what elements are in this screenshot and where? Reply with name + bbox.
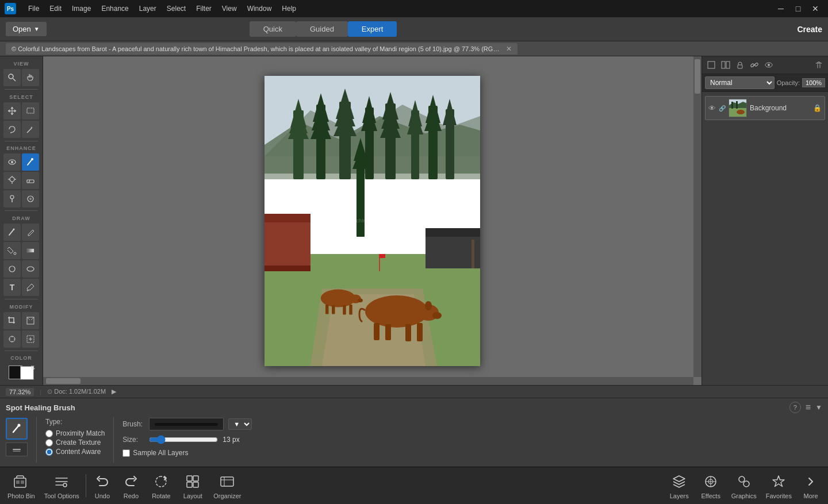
- secondary-tool-icon[interactable]: [6, 443, 28, 456]
- effects-button[interactable]: Effects: [695, 470, 727, 502]
- size-slider[interactable]: [149, 435, 218, 444]
- graphics-button[interactable]: Graphics: [727, 470, 761, 502]
- help-button[interactable]: ?: [789, 402, 801, 413]
- status-arrow-icon[interactable]: ▶: [112, 388, 116, 395]
- layers-panel-toolbar: [702, 56, 828, 74]
- photo-bin-button[interactable]: Photo Bin: [3, 470, 40, 502]
- graphics-label: Graphics: [731, 493, 757, 499]
- menu-image[interactable]: Image: [67, 3, 95, 14]
- svg-rect-74: [385, 324, 391, 340]
- layout-button[interactable]: Layout: [177, 470, 209, 502]
- panel-link-icon[interactable]: [748, 59, 761, 71]
- view-tools: [2, 69, 41, 86]
- brush-dropdown[interactable]: ▼: [228, 418, 252, 430]
- proximity-match-option[interactable]: Proximity Match: [45, 429, 105, 437]
- layout-label: Layout: [183, 493, 202, 499]
- rotate-icon: [152, 472, 170, 491]
- swap-colors-icon[interactable]: ⇅: [30, 364, 35, 371]
- vertical-scrollbar[interactable]: [693, 56, 702, 377]
- sample-all-layers-checkbox[interactable]: [122, 449, 130, 457]
- panel-lock-icon[interactable]: [734, 59, 746, 71]
- menu-file[interactable]: File: [24, 3, 44, 14]
- marquee-tool[interactable]: [22, 102, 39, 120]
- content-move-tool[interactable]: [22, 330, 39, 348]
- layer-eye-icon[interactable]: 👁: [708, 104, 716, 113]
- maximize-button[interactable]: □: [790, 3, 806, 14]
- texture-radio[interactable]: [45, 439, 53, 447]
- proximity-radio[interactable]: [45, 430, 53, 437]
- open-button[interactable]: Open ▼: [6, 22, 47, 36]
- menu-view[interactable]: View: [217, 3, 241, 14]
- tab-guided[interactable]: Guided: [296, 21, 348, 37]
- menu-help[interactable]: Help: [277, 3, 301, 14]
- close-button[interactable]: ✕: [807, 3, 823, 14]
- svg-rect-108: [193, 482, 198, 487]
- lasso-tool[interactable]: [3, 121, 21, 138]
- content-aware-option[interactable]: Content Aware: [45, 448, 105, 456]
- tab-quick[interactable]: Quick: [250, 21, 296, 37]
- perspective-tool[interactable]: [22, 312, 39, 329]
- more-button[interactable]: More: [796, 470, 825, 502]
- undo-button[interactable]: Undo: [88, 470, 117, 502]
- svg-marker-112: [673, 476, 685, 482]
- menu-layer[interactable]: Layer: [135, 3, 161, 14]
- active-tool-icon[interactable]: [6, 418, 28, 440]
- opacity-input[interactable]: [802, 78, 825, 87]
- create-button[interactable]: Create: [797, 25, 822, 34]
- rotate-button[interactable]: Rotate: [145, 470, 177, 502]
- redo-button[interactable]: Redo: [117, 470, 145, 502]
- create-texture-option[interactable]: Create Texture: [45, 438, 105, 447]
- layer-background[interactable]: 👁 🔗 Background 🔒: [705, 96, 825, 120]
- options-expand-icon[interactable]: ▼: [815, 402, 822, 413]
- recompose-tool[interactable]: [3, 330, 21, 348]
- zoom-tool[interactable]: [3, 69, 21, 86]
- crop-tool[interactable]: [3, 312, 21, 329]
- panel-compare-icon[interactable]: [719, 59, 732, 71]
- dodge-tool[interactable]: [3, 190, 21, 207]
- canvas-image: © teachImageshero.com: [264, 76, 480, 366]
- text-tool[interactable]: T: [3, 279, 21, 296]
- document-tab[interactable]: © Colorful Landscapes from Barot - A pea…: [6, 43, 518, 55]
- menu-window[interactable]: Window: [243, 3, 277, 14]
- eraser-tool[interactable]: [22, 172, 39, 189]
- eyedropper-tool[interactable]: [22, 279, 39, 296]
- panel-delete-icon[interactable]: [812, 59, 825, 71]
- menu-enhance[interactable]: Enhance: [97, 3, 133, 14]
- zoom-level[interactable]: 77.32%: [6, 388, 34, 396]
- menu-filter[interactable]: Filter: [191, 3, 216, 14]
- svg-line-3: [27, 128, 32, 133]
- tab-expert[interactable]: Expert: [348, 21, 397, 37]
- menu-edit[interactable]: Edit: [45, 3, 66, 14]
- panel-normal-icon[interactable]: [705, 59, 718, 71]
- magic-wand-tool[interactable]: [22, 121, 39, 138]
- organizer-button[interactable]: Organizer: [209, 470, 246, 502]
- tab-close-icon[interactable]: ✕: [506, 45, 512, 53]
- menu-select[interactable]: Select: [162, 3, 190, 14]
- custom-shape-tool[interactable]: [3, 260, 21, 278]
- tool-options-button[interactable]: Tool Options: [40, 470, 84, 502]
- type-label: Type:: [45, 418, 105, 426]
- move-tool[interactable]: [3, 102, 21, 120]
- blur-tool[interactable]: [22, 190, 39, 207]
- status-separator-icon: |: [40, 388, 41, 395]
- pencil-tool[interactable]: [22, 224, 39, 241]
- content-aware-radio[interactable]: [45, 448, 53, 456]
- clone-stamp-tool[interactable]: [3, 172, 21, 189]
- horizontal-scrollbar[interactable]: [43, 377, 693, 385]
- gradient-tool[interactable]: [22, 242, 39, 259]
- red-eye-tool[interactable]: [3, 153, 21, 171]
- options-menu-icon[interactable]: ≡: [806, 402, 811, 413]
- paint-bucket-tool[interactable]: [3, 242, 21, 259]
- favorites-button[interactable]: Favorites: [761, 470, 796, 502]
- blend-mode-select[interactable]: Normal Multiply Screen: [705, 76, 775, 89]
- svg-line-1: [13, 79, 16, 82]
- minimize-button[interactable]: ─: [773, 3, 789, 14]
- spot-healing-tool[interactable]: [22, 153, 39, 171]
- menu-bar: File Edit Image Enhance Layer Select Fil…: [24, 3, 301, 14]
- brush-tool[interactable]: [3, 224, 21, 241]
- panel-visibility-icon[interactable]: [762, 59, 775, 71]
- layers-button[interactable]: Layers: [664, 470, 695, 502]
- hand-tool[interactable]: [22, 69, 39, 86]
- brush-preview: [149, 418, 224, 430]
- shape-tool[interactable]: [22, 260, 39, 278]
